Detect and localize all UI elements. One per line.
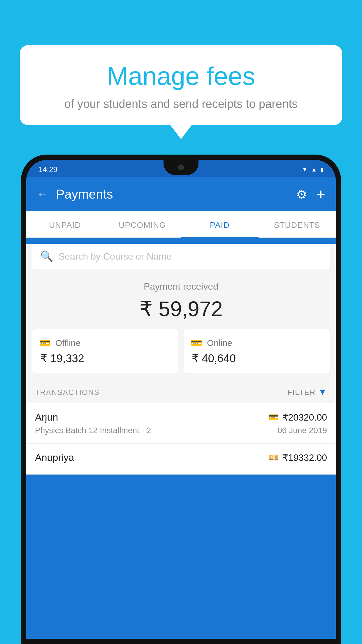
filter-label: FILTER <box>287 388 316 397</box>
payment-summary: Payment received ₹ 59,972 <box>26 269 336 329</box>
online-card-header: 💳 Online <box>191 337 323 349</box>
offline-card-header: 💳 Offline <box>39 337 171 349</box>
status-icons <box>302 166 324 173</box>
transaction-list: Arjun 💳 ₹20320.00 Physics Batch 12 Insta… <box>26 403 336 475</box>
status-time: 14:29 <box>38 165 57 174</box>
online-amount: ₹ 40,640 <box>191 352 323 365</box>
transaction-name: Arjun <box>35 412 58 423</box>
phone-frame: 14:29 ← Payments ⚙ + UNPAID UPCOMING PAI… <box>21 155 341 644</box>
online-card: 💳 Online ₹ 40,640 <box>184 329 330 373</box>
signal-icon <box>311 166 317 173</box>
app-header: ← Payments ⚙ + <box>26 177 336 211</box>
phone-notch <box>164 160 198 175</box>
table-row[interactable]: Arjun 💳 ₹20320.00 Physics Batch 12 Insta… <box>26 403 336 444</box>
online-label: Online <box>207 338 232 348</box>
search-bar[interactable]: 🔍 Search by Course or Name <box>32 244 330 269</box>
payment-cards: 💳 Offline ₹ 19,332 💳 Online ₹ 40,640 <box>26 329 336 381</box>
transaction-amount-wrap: 💴 ₹19332.00 <box>269 452 327 463</box>
transactions-header: TRANSACTIONS FILTER ▼ <box>26 381 336 403</box>
header-actions: ⚙ + <box>296 186 325 203</box>
bubble-title: Manage fees <box>37 61 325 91</box>
tabs-bar: UNPAID UPCOMING PAID STUDENTS <box>26 211 336 238</box>
back-button[interactable]: ← <box>37 188 48 201</box>
transaction-row-top: Arjun 💳 ₹20320.00 <box>35 412 327 423</box>
battery-icon <box>320 166 324 173</box>
transaction-amount: ₹19332.00 <box>282 452 327 463</box>
speech-bubble: Manage fees of your students and send re… <box>20 45 342 125</box>
offline-label: Offline <box>55 338 80 348</box>
wifi-icon <box>302 166 307 173</box>
camera <box>178 164 184 170</box>
offline-amount: ₹ 19,332 <box>39 352 171 365</box>
transaction-name: Anupriya <box>35 452 74 463</box>
bubble-subtitle: of your students and send receipts to pa… <box>37 97 325 111</box>
transaction-date: 06 June 2019 <box>277 426 327 435</box>
payment-received-label: Payment received <box>34 281 328 292</box>
page-title: Payments <box>56 187 288 202</box>
transaction-amount-wrap: 💳 ₹20320.00 <box>269 412 327 423</box>
transaction-amount: ₹20320.00 <box>282 412 327 423</box>
cash-payment-icon: 💴 <box>269 453 279 462</box>
offline-icon: 💳 <box>39 337 51 349</box>
filter-button[interactable]: FILTER ▼ <box>287 388 327 397</box>
offline-card: 💳 Offline ₹ 19,332 <box>32 329 178 373</box>
tab-upcoming[interactable]: UPCOMING <box>104 211 181 237</box>
tab-unpaid[interactable]: UNPAID <box>26 211 104 237</box>
tab-students[interactable]: STUDENTS <box>259 211 336 237</box>
transaction-course: Physics Batch 12 Installment - 2 <box>35 426 151 435</box>
table-row[interactable]: Anupriya 💴 ₹19332.00 <box>26 444 336 475</box>
transactions-label: TRANSACTIONS <box>35 388 100 397</box>
content-area: 🔍 Search by Course or Name Payment recei… <box>26 244 336 475</box>
search-placeholder: Search by Course or Name <box>59 251 172 262</box>
card-payment-icon: 💳 <box>269 412 279 422</box>
speech-bubble-container: Manage fees of your students and send re… <box>20 45 342 125</box>
search-icon: 🔍 <box>40 250 53 262</box>
add-button[interactable]: + <box>317 186 325 203</box>
settings-icon[interactable]: ⚙ <box>296 187 307 202</box>
online-icon: 💳 <box>191 337 202 349</box>
phone-screen: 14:29 ← Payments ⚙ + UNPAID UPCOMING PAI… <box>26 160 336 639</box>
tab-paid[interactable]: PAID <box>181 211 259 237</box>
transaction-row-top: Anupriya 💴 ₹19332.00 <box>35 452 327 463</box>
payment-total-amount: ₹ 59,972 <box>34 297 328 321</box>
filter-icon: ▼ <box>319 388 327 397</box>
transaction-row-bottom: Physics Batch 12 Installment - 2 06 June… <box>35 426 327 435</box>
